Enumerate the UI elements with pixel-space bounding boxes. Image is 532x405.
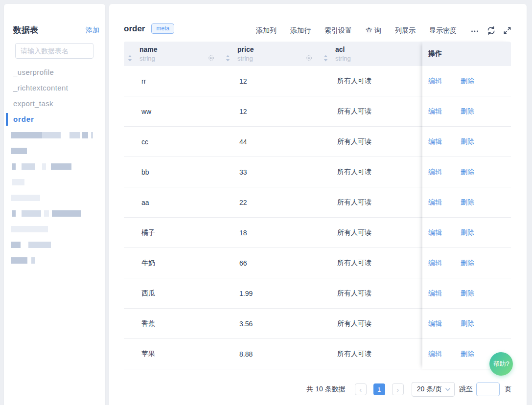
delete-link[interactable]: 删除 <box>461 350 474 359</box>
next-page-button[interactable]: › <box>392 383 404 395</box>
operations-row: 编辑删除 <box>422 127 511 157</box>
sidebar-item-redacted[interactable] <box>4 174 105 190</box>
cell-name: cc <box>124 138 222 146</box>
prev-page-button[interactable]: ‹ <box>355 383 367 395</box>
sidebar-item-export_task[interactable]: export_task <box>4 96 105 112</box>
edit-link[interactable]: 编辑 <box>428 137 442 146</box>
redacted-block <box>22 163 35 170</box>
cell-name: aa <box>124 199 222 206</box>
delete-link[interactable]: 删除 <box>461 107 474 116</box>
sidebar-item-order[interactable]: order <box>4 112 105 127</box>
jump-suffix: 页 <box>505 385 511 394</box>
redacted-block <box>82 132 88 138</box>
redacted-block <box>28 242 51 248</box>
column-header-price[interactable]: pricestring <box>222 42 320 66</box>
column-settings-icon-wrap[interactable] <box>208 54 215 62</box>
sidebar-item-redacted[interactable] <box>4 252 105 268</box>
operations-row: 编辑删除 <box>422 96 511 127</box>
jump-page-input[interactable] <box>476 382 500 396</box>
redacted-block <box>11 132 42 138</box>
redacted-block <box>12 210 16 217</box>
cell-name: 西瓜 <box>124 289 222 298</box>
operations-row: 编辑删除 <box>422 218 511 248</box>
redacted-block <box>12 179 24 185</box>
toolbar-query[interactable]: 查 询 <box>366 26 381 35</box>
redacted-block <box>91 132 93 138</box>
column-header-name[interactable]: namestring <box>124 42 222 66</box>
operations-row: 编辑删除 <box>422 248 511 278</box>
edit-link[interactable]: 编辑 <box>428 289 442 298</box>
column-settings-icon-wrap[interactable] <box>305 54 313 62</box>
delete-link[interactable]: 删除 <box>461 77 474 86</box>
delete-link[interactable]: 删除 <box>461 137 474 146</box>
redacted-block <box>11 242 21 248</box>
delete-link[interactable]: 删除 <box>461 289 474 298</box>
sidebar-item-redacted[interactable] <box>4 205 105 221</box>
edit-link[interactable]: 编辑 <box>428 319 442 328</box>
sidebar-panel: 数据表 添加 _userprofile_richtextcontentexpor… <box>4 4 105 405</box>
expand-icon[interactable] <box>503 26 511 35</box>
redacted-block <box>12 163 16 170</box>
sidebar-item-redacted[interactable] <box>4 237 105 252</box>
column-name: price <box>237 45 320 53</box>
delete-link[interactable]: 删除 <box>461 168 474 177</box>
current-page-button[interactable]: 1 <box>373 383 385 395</box>
refresh-icon[interactable] <box>486 26 496 35</box>
redacted-block <box>51 163 71 170</box>
add-table-link[interactable]: 添加 <box>86 26 99 35</box>
page-size-select[interactable]: 20 条/页 <box>412 382 455 397</box>
sidebar-item-_userprofile[interactable]: _userprofile <box>4 65 105 80</box>
cell-name: 苹果 <box>124 350 222 359</box>
toolbar-add-column[interactable]: 添加列 <box>256 26 277 35</box>
sidebar-item-redacted[interactable] <box>4 158 105 174</box>
cell-name: rr <box>124 77 222 85</box>
help-button[interactable]: 帮助? <box>489 352 513 376</box>
delete-link[interactable]: 删除 <box>461 259 474 268</box>
cell-name: ww <box>124 108 222 115</box>
operations-rows: 编辑删除编辑删除编辑删除编辑删除编辑删除编辑删除编辑删除编辑删除编辑删除编辑删除 <box>422 66 511 369</box>
sort-icon[interactable] <box>128 55 132 62</box>
toolbar-column-display[interactable]: 列展示 <box>395 26 416 35</box>
operations-row: 编辑删除 <box>422 66 511 96</box>
cell-price: 44 <box>222 138 320 146</box>
more-ellipsis-icon[interactable] <box>470 26 479 35</box>
edit-link[interactable]: 编辑 <box>428 259 442 268</box>
toolbar-index-settings[interactable]: 索引设置 <box>324 26 352 35</box>
edit-link[interactable]: 编辑 <box>428 350 442 359</box>
sort-icon-wrap[interactable] <box>324 55 328 62</box>
pagination-total: 共 10 条数据 <box>306 385 345 394</box>
sidebar-item-redacted[interactable] <box>4 190 105 205</box>
cell-price: 22 <box>222 199 320 206</box>
edit-link[interactable]: 编辑 <box>428 228 442 237</box>
delete-link[interactable]: 删除 <box>461 319 474 328</box>
cell-price: 66 <box>222 259 320 267</box>
edit-link[interactable]: 编辑 <box>428 107 442 116</box>
sort-icon[interactable] <box>226 55 230 62</box>
toolbar-display-density[interactable]: 显示密度 <box>429 26 457 35</box>
sidebar-item-redacted[interactable] <box>4 143 105 158</box>
table-search-input[interactable] <box>15 43 93 59</box>
edit-link[interactable]: 编辑 <box>428 168 442 177</box>
sidebar-item-redacted[interactable] <box>4 221 105 237</box>
edit-link[interactable]: 编辑 <box>428 77 442 86</box>
table-title: order <box>124 24 145 34</box>
column-settings-icon[interactable] <box>305 54 313 62</box>
toolbar-add-row[interactable]: 添加行 <box>290 26 311 35</box>
sort-icon-wrap[interactable] <box>128 55 132 62</box>
toolbar-icons <box>470 26 511 35</box>
data-table: namestringpricestringaclstring rr12所有人可读… <box>124 42 511 370</box>
sort-icon[interactable] <box>324 55 328 62</box>
sidebar-title: 数据表 <box>13 24 38 36</box>
sidebar-item-redacted[interactable] <box>4 127 105 143</box>
meta-badge: meta <box>151 23 174 34</box>
sort-icon-wrap[interactable] <box>226 55 230 62</box>
toolbar-actions: 添加列添加行索引设置查 询列展示显示密度 <box>256 26 457 35</box>
edit-link[interactable]: 编辑 <box>428 198 442 207</box>
cell-name: 牛奶 <box>124 259 222 268</box>
delete-link[interactable]: 删除 <box>461 198 474 207</box>
sidebar-item-_richtextcontent[interactable]: _richtextcontent <box>4 80 105 96</box>
column-settings-icon[interactable] <box>208 54 215 62</box>
operations-row: 编辑删除 <box>422 278 511 309</box>
redacted-block <box>42 163 46 170</box>
delete-link[interactable]: 删除 <box>461 228 474 237</box>
